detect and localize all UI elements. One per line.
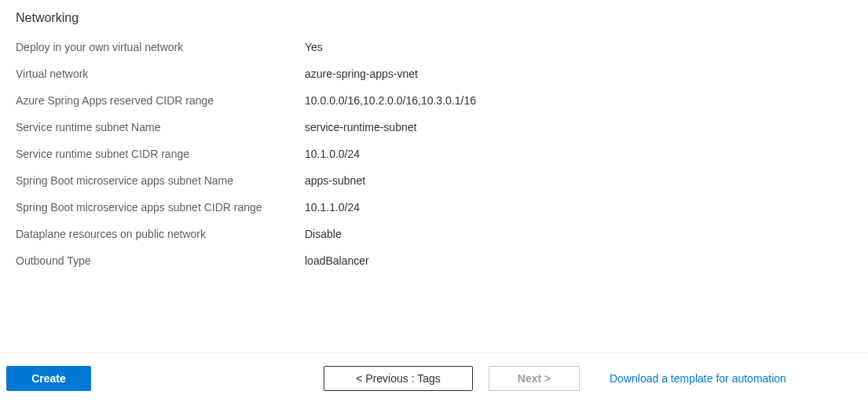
label-deploy-vnet: Deploy in your own virtual network xyxy=(16,39,305,55)
footer-bar: Create < Previous : Tags Next > Download… xyxy=(0,353,868,402)
value-apps-subnet-name: apps-subnet xyxy=(305,173,365,188)
row-apps-subnet-name: Spring Boot microservice apps subnet Nam… xyxy=(16,173,852,188)
row-virtual-network: Virtual network azure-spring-apps-vnet xyxy=(16,66,852,82)
section-title-networking: Networking xyxy=(16,11,852,25)
row-outbound-type: Outbound Type loadBalancer xyxy=(16,253,852,269)
row-dataplane-public: Dataplane resources on public network Di… xyxy=(16,226,852,242)
label-cidr-range: Azure Spring Apps reserved CIDR range xyxy=(16,93,305,108)
label-virtual-network: Virtual network xyxy=(16,66,305,82)
previous-button[interactable]: < Previous : Tags xyxy=(324,366,473,391)
value-apps-subnet-cidr: 10.1.1.0/24 xyxy=(305,199,360,215)
label-runtime-subnet-cidr: Service runtime subnet CIDR range xyxy=(16,146,305,162)
row-apps-subnet-cidr: Spring Boot microservice apps subnet CID… xyxy=(16,199,852,215)
value-runtime-subnet-cidr: 10.1.0.0/24 xyxy=(305,146,360,162)
label-apps-subnet-name: Spring Boot microservice apps subnet Nam… xyxy=(16,173,305,188)
value-virtual-network: azure-spring-apps-vnet xyxy=(305,66,418,82)
value-deploy-vnet: Yes xyxy=(305,39,323,55)
label-outbound-type: Outbound Type xyxy=(16,253,305,269)
value-dataplane-public: Disable xyxy=(305,226,342,242)
next-button: Next > xyxy=(489,366,580,391)
value-cidr-range: 10.0.0.0/16,10.2.0.0/16,10.3.0.1/16 xyxy=(305,93,476,108)
row-runtime-subnet-cidr: Service runtime subnet CIDR range 10.1.0… xyxy=(16,146,852,162)
row-runtime-subnet-name: Service runtime subnet Name service-runt… xyxy=(16,119,852,135)
label-runtime-subnet-name: Service runtime subnet Name xyxy=(16,119,305,135)
row-deploy-vnet: Deploy in your own virtual network Yes xyxy=(16,39,852,55)
create-button[interactable]: Create xyxy=(6,366,91,391)
download-template-link[interactable]: Download a template for automation xyxy=(610,372,786,385)
label-dataplane-public: Dataplane resources on public network xyxy=(16,226,305,242)
value-outbound-type: loadBalancer xyxy=(305,253,369,269)
label-apps-subnet-cidr: Spring Boot microservice apps subnet CID… xyxy=(16,199,305,215)
row-cidr-range: Azure Spring Apps reserved CIDR range 10… xyxy=(16,93,852,108)
value-runtime-subnet-name: service-runtime-subnet xyxy=(305,119,416,135)
